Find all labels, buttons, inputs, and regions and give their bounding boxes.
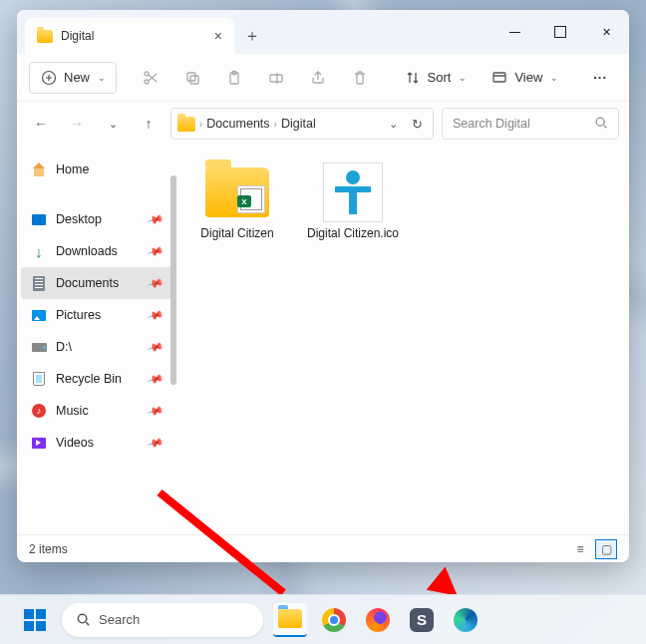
taskbar-chrome[interactable]	[317, 603, 351, 637]
search-icon	[76, 612, 91, 627]
svg-rect-4	[190, 76, 198, 84]
sidebar-item-home[interactable]: Home	[21, 154, 172, 185]
firefox-icon	[366, 608, 390, 632]
breadcrumb-documents[interactable]: Documents	[206, 117, 269, 131]
chevron-right-icon: ›	[199, 119, 202, 130]
pin-icon: 📌	[147, 242, 165, 260]
recycle-bin-icon	[31, 371, 47, 387]
copy-button[interactable]	[173, 62, 211, 94]
sidebar-item-label: Music	[56, 404, 89, 418]
sidebar-item-documents[interactable]: Documents 📌	[21, 267, 172, 299]
forward-button[interactable]: →	[63, 110, 91, 138]
search-placeholder: Search Digital	[453, 117, 530, 131]
pin-icon: 📌	[147, 402, 165, 420]
sidebar-item-label: Desktop	[56, 212, 102, 226]
close-tab-icon[interactable]: ×	[214, 28, 222, 44]
window-controls: ✕	[491, 10, 629, 54]
taskbar-edge[interactable]	[449, 603, 483, 637]
search-label: Search	[99, 612, 140, 627]
scrollbar[interactable]	[170, 175, 176, 385]
details-view-button[interactable]: ≡	[569, 539, 591, 559]
downloads-icon: ↓	[31, 243, 47, 259]
chevron-down-icon: ⌄	[98, 73, 106, 83]
pictures-icon	[31, 307, 47, 323]
new-button[interactable]: New ⌄	[29, 62, 117, 94]
chevron-down-icon: ⌄	[459, 73, 467, 83]
sidebar-item-videos[interactable]: Videos 📌	[21, 427, 172, 459]
toolbar: New ⌄ Sort ⌄ View ⌄ ···	[17, 54, 629, 102]
file-pane[interactable]: X Digital Citizen Digital Citizen.ico	[176, 146, 629, 534]
delete-button[interactable]	[341, 62, 379, 94]
paste-button[interactable]	[215, 62, 253, 94]
status-bar: 2 items ≡ ▢	[17, 534, 629, 562]
breadcrumb-digital[interactable]: Digital	[281, 117, 316, 131]
scissors-icon	[142, 69, 160, 87]
svg-point-10	[78, 614, 86, 622]
view-mode-buttons: ≡ ▢	[569, 539, 617, 559]
back-button[interactable]: ←	[27, 110, 55, 138]
share-button[interactable]	[299, 62, 337, 94]
address-bar[interactable]: › Documents › Digital ⌄ ↻	[170, 108, 434, 140]
taskbar-firefox[interactable]	[361, 603, 395, 637]
taskbar: Search S	[0, 594, 646, 644]
file-item-ico[interactable]: Digital Citizen.ico	[306, 163, 400, 241]
sidebar-item-downloads[interactable]: ↓ Downloads 📌	[21, 235, 172, 267]
taskbar-file-explorer[interactable]	[273, 603, 307, 637]
windows-logo-icon	[24, 609, 46, 631]
recent-button[interactable]: ⌄	[99, 110, 127, 138]
rename-button[interactable]	[257, 62, 295, 94]
svg-point-1	[145, 80, 149, 84]
navigation-row: ← → ⌄ ↑ › Documents › Digital ⌄ ↻ Search…	[17, 102, 629, 146]
pin-icon: 📌	[147, 338, 165, 356]
sidebar-item-label: Pictures	[56, 308, 101, 322]
pin-icon: 📌	[147, 210, 165, 228]
svg-point-2	[145, 72, 149, 76]
taskbar-search[interactable]: Search	[62, 603, 263, 637]
svg-rect-7	[270, 75, 282, 82]
minimize-button[interactable]	[491, 10, 537, 54]
search-icon	[594, 116, 608, 133]
up-button[interactable]: ↑	[135, 110, 162, 138]
sidebar-item-label: Videos	[56, 436, 94, 450]
svg-rect-8	[493, 73, 505, 82]
documents-icon	[31, 275, 47, 291]
music-icon: ♪	[31, 403, 47, 419]
pin-icon: 📌	[147, 370, 165, 388]
sidebar-item-label: Recycle Bin	[56, 372, 122, 386]
view-button[interactable]: View ⌄	[481, 62, 568, 94]
maximize-button[interactable]	[537, 10, 583, 54]
sidebar-item-desktop[interactable]: Desktop 📌	[21, 203, 172, 235]
address-dropdown[interactable]: ⌄	[383, 118, 404, 131]
new-tab-button[interactable]: ＋	[234, 18, 270, 54]
sort-button[interactable]: Sort ⌄	[394, 62, 478, 94]
new-label: New	[64, 70, 90, 85]
start-button[interactable]	[18, 603, 52, 637]
sort-icon	[404, 69, 422, 87]
clipboard-icon	[225, 69, 243, 87]
folder-icon: X	[201, 163, 273, 221]
videos-icon	[31, 435, 47, 451]
sidebar-item-pictures[interactable]: Pictures 📌	[21, 299, 172, 331]
more-button[interactable]: ···	[583, 62, 617, 94]
file-item-folder[interactable]: X Digital Citizen	[190, 163, 284, 241]
ico-file-icon	[317, 163, 389, 221]
drive-icon	[31, 339, 47, 355]
view-icon	[490, 69, 508, 87]
close-window-button[interactable]: ✕	[583, 10, 629, 54]
icons-view-button[interactable]: ▢	[595, 539, 617, 559]
sidebar-item-music[interactable]: ♪ Music 📌	[21, 395, 172, 427]
sort-label: Sort	[428, 70, 452, 85]
search-input[interactable]: Search Digital	[442, 108, 619, 140]
edge-icon	[454, 608, 478, 632]
chevron-right-icon: ›	[274, 119, 277, 130]
view-label: View	[514, 70, 542, 85]
file-explorer-window: Digital × ＋ ✕ New ⌄ Sort ⌄	[17, 10, 629, 562]
tab-digital[interactable]: Digital ×	[25, 18, 234, 54]
rename-icon	[267, 69, 285, 87]
sidebar-item-drive-d[interactable]: D:\ 📌	[21, 331, 172, 363]
cut-button[interactable]	[132, 62, 169, 94]
taskbar-sogou[interactable]: S	[405, 603, 439, 637]
chevron-down-icon: ⌄	[550, 73, 558, 83]
refresh-button[interactable]: ↻	[408, 117, 427, 132]
sidebar-item-recycle-bin[interactable]: Recycle Bin 📌	[21, 363, 172, 395]
